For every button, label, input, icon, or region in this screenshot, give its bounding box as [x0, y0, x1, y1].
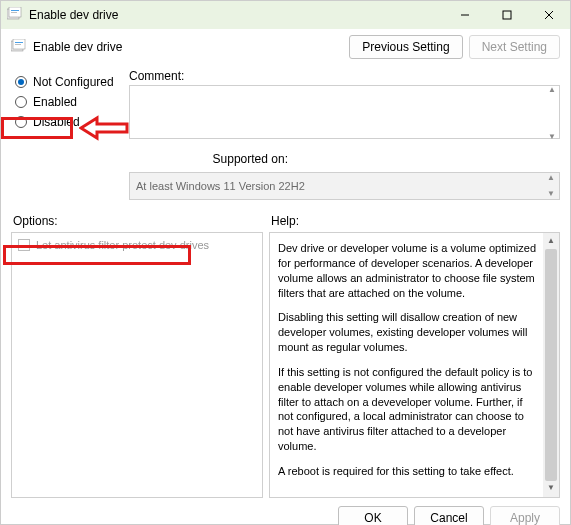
scrollbar-thumb[interactable]	[545, 249, 557, 481]
window-title: Enable dev drive	[29, 8, 444, 22]
checkbox-label: Let antivirus filter protect dev drives	[36, 239, 209, 251]
cancel-button[interactable]: Cancel	[414, 506, 484, 525]
gpedit-icon	[7, 7, 23, 23]
radio-circle-icon	[15, 76, 27, 88]
help-paragraph: Disabling this setting will disallow cre…	[278, 310, 537, 355]
antivirus-checkbox[interactable]: Let antivirus filter protect dev drives	[18, 239, 256, 251]
checkbox-icon	[18, 239, 30, 251]
svg-rect-5	[503, 11, 511, 19]
svg-rect-10	[15, 42, 23, 43]
policy-editor-window: Enable dev drive Enable dev drive Previo…	[0, 0, 571, 525]
scroll-up-icon[interactable]: ▲	[545, 86, 559, 94]
help-scrollbar[interactable]: ▲ ▼	[543, 233, 559, 497]
help-section-label: Help:	[267, 214, 560, 228]
help-paragraph: A reboot is required for this setting to…	[278, 464, 537, 479]
svg-rect-2	[11, 10, 19, 11]
help-paragraph: Dev drive or developer volume is a volum…	[278, 241, 537, 300]
supported-on-value: At least Windows 11 Version 22H2	[136, 180, 305, 192]
policy-name-label: Enable dev drive	[33, 40, 349, 54]
next-setting-button: Next Setting	[469, 35, 560, 59]
dialog-footer: OK Cancel Apply	[11, 498, 560, 525]
radio-label: Not Configured	[33, 75, 114, 89]
annotation-arrow-icon	[79, 113, 139, 143]
radio-label: Enabled	[33, 95, 77, 109]
scroll-down-icon[interactable]: ▼	[545, 133, 559, 141]
ok-button[interactable]: OK	[338, 506, 408, 525]
maximize-button[interactable]	[486, 1, 528, 29]
svg-rect-11	[15, 44, 21, 45]
close-button[interactable]	[528, 1, 570, 29]
comment-input[interactable]	[129, 85, 560, 139]
scroll-up-icon[interactable]: ▲	[543, 233, 559, 249]
fields-column: Comment: ▲ ▼ Supported on: At least Wind…	[129, 69, 560, 200]
options-pane: Let antivirus filter protect dev drives	[11, 232, 263, 498]
comment-scroll[interactable]: ▲ ▼	[545, 86, 559, 141]
apply-button: Apply	[490, 506, 560, 525]
scroll-down-icon[interactable]: ▼	[544, 190, 558, 198]
radio-enabled[interactable]: Enabled	[15, 95, 129, 109]
section-labels: Options: Help:	[11, 214, 560, 228]
content-area: Enable dev drive Previous Setting Next S…	[1, 29, 570, 525]
supported-on-label: Supported on:	[213, 152, 288, 166]
radio-circle-icon	[15, 96, 27, 108]
previous-setting-button[interactable]: Previous Setting	[349, 35, 462, 59]
scrollbar-track[interactable]	[543, 249, 559, 481]
radio-circle-icon	[15, 116, 27, 128]
svg-marker-12	[81, 118, 127, 138]
minimize-button[interactable]	[444, 1, 486, 29]
scroll-up-icon[interactable]: ▲	[544, 174, 558, 182]
help-pane: Dev drive or developer volume is a volum…	[269, 232, 560, 498]
radio-label: Disabled	[33, 115, 80, 129]
options-section-label: Options:	[11, 214, 267, 228]
supported-scroll[interactable]: ▲ ▼	[544, 174, 558, 198]
policy-header-row: Enable dev drive Previous Setting Next S…	[11, 35, 560, 59]
panes-row: Let antivirus filter protect dev drives …	[11, 232, 560, 498]
scroll-down-icon[interactable]: ▼	[543, 481, 559, 497]
titlebar: Enable dev drive	[1, 1, 570, 29]
supported-on-field: At least Windows 11 Version 22H2 ▲ ▼	[129, 172, 560, 200]
policy-icon	[11, 39, 27, 55]
help-paragraph: If this setting is not configured the de…	[278, 365, 537, 454]
radio-not-configured[interactable]: Not Configured	[15, 75, 129, 89]
comment-label: Comment:	[129, 69, 560, 83]
svg-rect-3	[11, 12, 17, 13]
